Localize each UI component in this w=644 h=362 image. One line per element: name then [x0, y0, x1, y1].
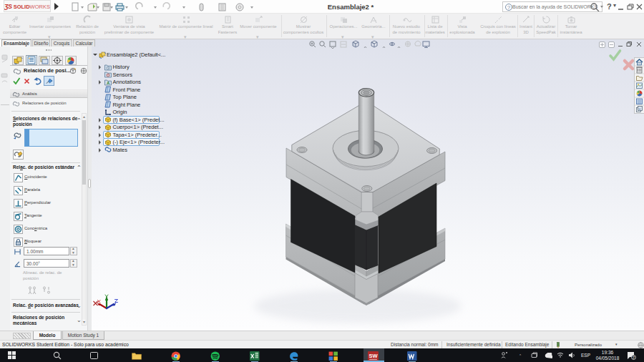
svg-text:A: A — [107, 81, 109, 85]
svg-text:SW: SW — [369, 352, 378, 358]
svg-text:?: ? — [507, 4, 511, 11]
svg-text:7: 7 — [633, 356, 635, 360]
